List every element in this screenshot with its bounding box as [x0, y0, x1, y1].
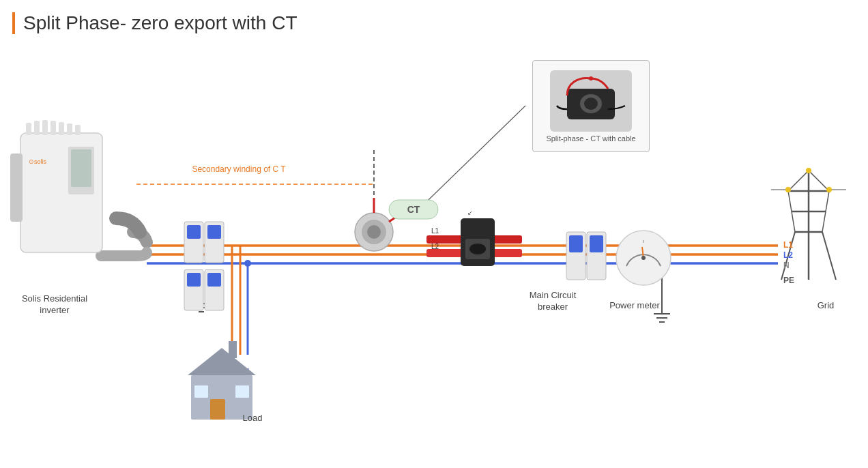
svg-line-78 [822, 232, 836, 280]
svg-rect-28 [34, 121, 40, 135]
svg-text:↙: ↙ [467, 209, 473, 216]
svg-text:L1: L1 [431, 227, 439, 235]
svg-rect-89 [229, 341, 237, 358]
svg-text:L2: L2 [783, 250, 793, 260]
svg-rect-33 [75, 125, 81, 135]
power-meter-label: Power meter [601, 300, 669, 312]
svg-rect-44 [187, 273, 201, 287]
right-breaker [566, 232, 606, 280]
svg-line-73 [788, 171, 809, 191]
svg-point-81 [785, 187, 791, 192]
page-container: Split Phase- zero export with CT Split [0, 0, 868, 468]
svg-text:⊙solis: ⊙solis [29, 158, 47, 165]
main-circuit-breaker-label: Main Circuit breaker [515, 290, 590, 313]
svg-point-48 [367, 225, 381, 239]
svg-text:N: N [783, 261, 790, 270]
svg-text:L1: L1 [783, 240, 793, 250]
svg-text:Secondary winding of C T: Secondary winding of C T [192, 164, 286, 174]
svg-rect-88 [235, 385, 249, 398]
svg-point-55 [469, 244, 486, 254]
svg-rect-61 [569, 235, 583, 252]
svg-rect-87 [194, 385, 208, 398]
wiring-diagram: ⊙solis [0, 0, 868, 468]
load-label: Load [225, 413, 280, 424]
svg-point-83 [806, 168, 811, 173]
inverter-label: Solis Residential inverter [7, 293, 102, 317]
svg-marker-85 [188, 348, 256, 375]
left-breaker-group [184, 222, 224, 310]
svg-rect-32 [67, 123, 72, 135]
svg-rect-31 [59, 122, 64, 135]
grid-tower [771, 168, 846, 280]
svg-rect-30 [50, 121, 56, 135]
svg-rect-62 [590, 235, 603, 252]
svg-text:PE: PE [783, 276, 794, 285]
main-circuit-breaker: L1 L2 ↙ [426, 209, 522, 266]
wire-junction-dot [244, 260, 251, 267]
svg-rect-41 [207, 225, 221, 239]
main-circuit-breaker-text: Main Circuit breaker [530, 290, 577, 312]
svg-rect-35 [71, 149, 91, 187]
svg-line-74 [809, 171, 829, 191]
svg-point-65 [641, 256, 646, 260]
inverter-component: ⊙solis [10, 120, 102, 252]
load-house [188, 341, 256, 420]
svg-rect-86 [210, 399, 225, 420]
power-meter [616, 231, 671, 285]
svg-rect-40 [187, 225, 201, 239]
svg-text:L2: L2 [431, 243, 439, 250]
svg-rect-37 [10, 153, 23, 222]
svg-rect-45 [207, 273, 221, 287]
svg-rect-29 [42, 120, 48, 135]
svg-point-82 [826, 187, 832, 192]
grid-label: Grid [802, 300, 850, 312]
svg-text:CT: CT [407, 204, 420, 215]
svg-rect-27 [26, 123, 31, 135]
